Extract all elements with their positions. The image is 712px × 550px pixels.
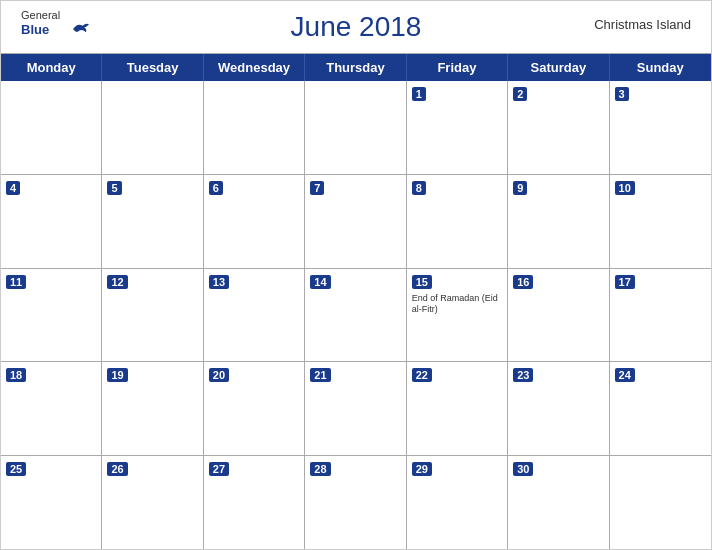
day-cell: 20 — [204, 362, 305, 455]
day-cell: 9 — [508, 175, 609, 268]
day-number: 19 — [107, 368, 127, 382]
calendar-container: General Blue June 2018 Christmas Island … — [0, 0, 712, 550]
day-cell: 29 — [407, 456, 508, 549]
day-number: 28 — [310, 462, 330, 476]
day-cell: 7 — [305, 175, 406, 268]
day-header-wednesday: Wednesday — [204, 54, 305, 81]
day-number: 22 — [412, 368, 432, 382]
day-cell: 18 — [1, 362, 102, 455]
day-number: 10 — [615, 181, 635, 195]
logo-blue-text: Blue — [21, 22, 49, 37]
day-cell: 21 — [305, 362, 406, 455]
day-number: 1 — [412, 87, 426, 101]
day-cell: 6 — [204, 175, 305, 268]
day-number: 6 — [209, 181, 223, 195]
day-cell: 30 — [508, 456, 609, 549]
event-text: End of Ramadan (Eid al-Fitr) — [412, 293, 502, 316]
day-number: 30 — [513, 462, 533, 476]
day-cell — [102, 81, 203, 174]
day-number: 13 — [209, 275, 229, 289]
day-number: 15 — [412, 275, 432, 289]
day-header-friday: Friday — [407, 54, 508, 81]
day-number: 5 — [107, 181, 121, 195]
day-number: 23 — [513, 368, 533, 382]
day-cell: 22 — [407, 362, 508, 455]
day-cell: 27 — [204, 456, 305, 549]
logo: General Blue — [21, 9, 91, 37]
region-label: Christmas Island — [594, 17, 691, 32]
day-cell: 2 — [508, 81, 609, 174]
week-row-1: 45678910 — [1, 175, 711, 269]
day-number: 26 — [107, 462, 127, 476]
day-cell: 12 — [102, 269, 203, 362]
day-cell: 17 — [610, 269, 711, 362]
day-cell — [1, 81, 102, 174]
day-number: 14 — [310, 275, 330, 289]
week-row-4: 252627282930 — [1, 456, 711, 549]
day-cell: 26 — [102, 456, 203, 549]
day-cell: 23 — [508, 362, 609, 455]
day-cell: 8 — [407, 175, 508, 268]
logo-bird-icon — [71, 21, 91, 37]
day-cell: 1 — [407, 81, 508, 174]
day-header-tuesday: Tuesday — [102, 54, 203, 81]
calendar-title: June 2018 — [291, 11, 422, 43]
day-cell: 28 — [305, 456, 406, 549]
day-headers-row: MondayTuesdayWednesdayThursdayFridaySatu… — [1, 54, 711, 81]
day-cell: 3 — [610, 81, 711, 174]
week-row-2: 1112131415End of Ramadan (Eid al-Fitr)16… — [1, 269, 711, 363]
day-cell — [305, 81, 406, 174]
day-number: 21 — [310, 368, 330, 382]
day-cell: 19 — [102, 362, 203, 455]
day-number: 4 — [6, 181, 20, 195]
day-number: 8 — [412, 181, 426, 195]
logo-general-text: General — [21, 9, 91, 21]
day-header-sunday: Sunday — [610, 54, 711, 81]
day-number: 20 — [209, 368, 229, 382]
day-cell: 16 — [508, 269, 609, 362]
weeks-container: 123456789101112131415End of Ramadan (Eid… — [1, 81, 711, 549]
day-number: 9 — [513, 181, 527, 195]
day-number: 11 — [6, 275, 26, 289]
day-cell: 24 — [610, 362, 711, 455]
day-number: 29 — [412, 462, 432, 476]
day-number: 17 — [615, 275, 635, 289]
day-cell: 11 — [1, 269, 102, 362]
day-cell: 4 — [1, 175, 102, 268]
day-header-thursday: Thursday — [305, 54, 406, 81]
day-number: 27 — [209, 462, 229, 476]
week-row-3: 18192021222324 — [1, 362, 711, 456]
day-cell: 5 — [102, 175, 203, 268]
day-number: 7 — [310, 181, 324, 195]
day-cell: 15End of Ramadan (Eid al-Fitr) — [407, 269, 508, 362]
calendar-header: General Blue June 2018 Christmas Island — [1, 1, 711, 53]
day-cell: 14 — [305, 269, 406, 362]
day-header-saturday: Saturday — [508, 54, 609, 81]
week-row-0: 123 — [1, 81, 711, 175]
day-number: 24 — [615, 368, 635, 382]
day-cell — [610, 456, 711, 549]
day-number: 18 — [6, 368, 26, 382]
day-number: 3 — [615, 87, 629, 101]
day-number: 25 — [6, 462, 26, 476]
day-number: 16 — [513, 275, 533, 289]
day-cell: 25 — [1, 456, 102, 549]
day-number: 12 — [107, 275, 127, 289]
calendar-grid: MondayTuesdayWednesdayThursdayFridaySatu… — [1, 53, 711, 549]
day-header-monday: Monday — [1, 54, 102, 81]
day-number: 2 — [513, 87, 527, 101]
day-cell: 13 — [204, 269, 305, 362]
day-cell — [204, 81, 305, 174]
day-cell: 10 — [610, 175, 711, 268]
